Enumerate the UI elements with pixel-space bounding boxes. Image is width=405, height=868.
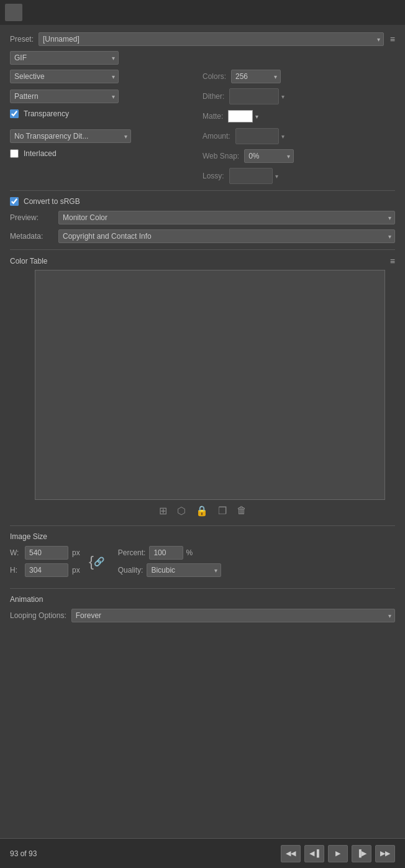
width-row: W: px (10, 546, 85, 560)
metadata-label: Metadata: (10, 232, 53, 241)
dither-dropdown-arrow: ▾ (281, 93, 284, 100)
matte-dropdown-arrow: ▾ (255, 113, 258, 120)
preset-menu-icon[interactable]: ≡ (390, 34, 395, 44)
checkerboard-icon[interactable]: ⊞ (159, 505, 167, 517)
convert-srgb-label: Convert to sRGB (24, 197, 80, 206)
preview-select-wrapper: Monitor Color ▾ (58, 211, 395, 224)
wh-inputs: W: px H: px (10, 546, 85, 577)
convert-srgb-row: Convert to sRGB (10, 197, 395, 206)
transparency-checkbox-row: Transparency (10, 109, 202, 118)
no-transparency-col: No Transparency Dit... ▾ (10, 129, 202, 143)
interlaced-checkbox[interactable] (10, 149, 19, 158)
matte-label: Matte: (202, 112, 223, 121)
play-button[interactable]: ▶ (328, 845, 348, 862)
selective-select-wrapper: Selective ▾ (10, 70, 119, 83)
preset-row: Preset: [Unnamed] ▾ ≡ (10, 32, 395, 46)
image-size-section: Image Size W: px H: px } 🔗 (10, 532, 395, 582)
width-input[interactable] (25, 546, 68, 560)
looping-row: Looping Options: Forever ▾ (10, 609, 395, 622)
convert-srgb-checkbox[interactable] (10, 197, 19, 206)
percent-field-row: Percent: % (118, 546, 222, 560)
divider-3 (10, 525, 395, 526)
bottom-bar: 93 of 93 ◀◀ ◀▐ ▶ ▐▶ ▶▶ (0, 838, 405, 868)
frame-count: 93 of 93 (0, 849, 112, 858)
link-bracket-icon: } (89, 554, 94, 569)
dither-label: Dither: (202, 92, 224, 101)
selective-col: Selective ▾ (10, 70, 202, 83)
prev-frame-button[interactable]: ◀▐ (304, 845, 324, 862)
divider-2 (10, 249, 395, 250)
w-px-label: px (72, 548, 80, 557)
h-px-label: px (72, 566, 80, 575)
link-chain-icon[interactable]: 🔗 (94, 556, 104, 566)
interlaced-checkbox-row: Interlaced (10, 149, 202, 158)
preview-label: Preview: (10, 213, 53, 222)
percent-input[interactable] (149, 546, 183, 560)
amount-col: Amount: ▾ (202, 128, 395, 144)
forward-button[interactable]: ▶▶ (375, 845, 395, 862)
quality-select[interactable]: Bicubic (147, 563, 221, 577)
pattern-select[interactable]: Pattern (10, 90, 119, 103)
transparency-checkbox[interactable] (10, 109, 19, 118)
interlaced-label: Interlaced (24, 149, 57, 158)
window-button (5, 4, 22, 21)
looping-select-wrapper: Forever ▾ (71, 609, 395, 622)
transparency-label: Transparency (24, 109, 69, 118)
interlaced-col: Interlaced (10, 149, 202, 163)
dither-col: Dither: ▾ (202, 88, 395, 104)
lock-icon[interactable]: 🔒 (196, 505, 208, 517)
format-select[interactable]: GIF (10, 51, 119, 65)
h-label: H: (10, 566, 25, 575)
w-label: W: (10, 548, 25, 557)
animation-title: Animation (10, 595, 395, 604)
clone-icon[interactable]: ❐ (218, 505, 227, 517)
no-transparency-amount-row: No Transparency Dit... ▾ Amount: ▾ (10, 128, 395, 144)
export-panel: Preset: [Unnamed] ▾ ≡ GIF ▾ Selective ▾ (0, 25, 405, 635)
preview-select[interactable]: Monitor Color (58, 211, 395, 224)
amount-input (235, 128, 279, 144)
color-table-menu-icon[interactable]: ≡ (390, 256, 395, 266)
divider-1 (10, 190, 395, 191)
percent-label: Percent: (118, 548, 146, 557)
lossy-label: Lossy: (202, 172, 224, 180)
matte-color-swatch[interactable] (228, 110, 253, 122)
metadata-select[interactable]: Copyright and Contact Info (58, 229, 395, 243)
cube-icon[interactable]: ⬡ (177, 505, 186, 517)
lossy-input (229, 168, 273, 184)
pattern-select-wrapper: Pattern ▾ (10, 90, 119, 103)
preset-label: Preset: (10, 35, 34, 44)
colors-select[interactable]: 256 (231, 70, 281, 83)
next-frame-button[interactable]: ▐▶ (352, 845, 371, 862)
websnap-select[interactable]: 0% (244, 149, 294, 163)
preset-select[interactable]: [Unnamed] (39, 32, 384, 46)
looping-select[interactable]: Forever (71, 609, 395, 622)
no-transparency-select-wrapper: No Transparency Dit... ▾ (10, 129, 131, 143)
metadata-select-wrapper: Copyright and Contact Info ▾ (58, 229, 395, 243)
interlaced-websnap-row: Interlaced Web Snap: 0% ▾ (10, 149, 395, 163)
selective-select[interactable]: Selective (10, 70, 119, 83)
link-bracket-group: } 🔗 (89, 554, 104, 569)
no-transparency-select[interactable]: No Transparency Dit... (10, 129, 131, 143)
color-table-icons-row: ⊞ ⬡ 🔒 ❐ 🗑 (10, 505, 395, 517)
metadata-row: Metadata: Copyright and Contact Info ▾ (10, 229, 395, 243)
websnap-select-wrapper: 0% ▾ (244, 149, 294, 163)
selective-colors-row: Selective ▾ Colors: 256 ▾ (10, 70, 395, 83)
amount-dropdown-arrow: ▾ (281, 133, 284, 140)
percent-symbol: % (186, 548, 193, 557)
pattern-col: Pattern ▾ (10, 90, 202, 103)
rewind-button[interactable]: ◀◀ (281, 845, 301, 862)
quality-select-wrapper: Bicubic ▾ (147, 563, 221, 577)
trash-icon[interactable]: 🗑 (237, 505, 247, 517)
color-table-header: Color Table ≡ (10, 256, 395, 266)
transparency-matte-row: Transparency Matte: ▾ (10, 109, 395, 123)
colors-col: Colors: 256 ▾ (202, 70, 395, 83)
colors-label: Colors: (202, 72, 226, 81)
lossy-dropdown-arrow: ▾ (275, 173, 278, 180)
color-table-area (35, 270, 385, 500)
height-input[interactable] (25, 563, 68, 577)
amount-label: Amount: (202, 132, 230, 141)
quality-field-row: Quality: Bicubic ▾ (118, 563, 222, 577)
websnap-label: Web Snap: (202, 152, 239, 160)
quality-label: Quality: (118, 566, 143, 575)
transparency-col: Transparency (10, 109, 202, 123)
